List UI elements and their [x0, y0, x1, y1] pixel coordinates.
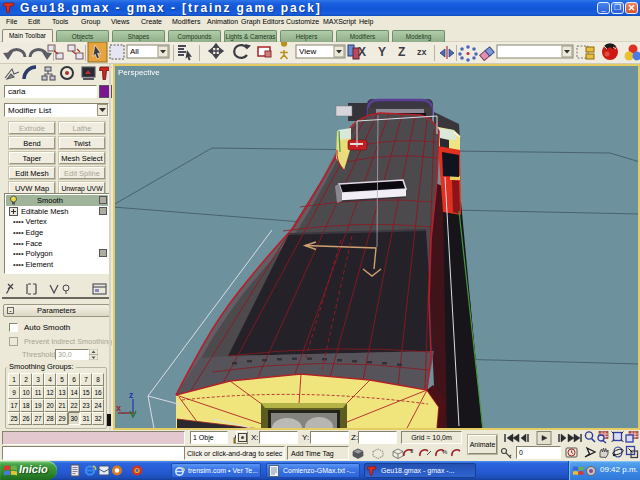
- svg-text:z: z: [129, 390, 134, 400]
- svg-text:Y: Y: [378, 45, 386, 59]
- svg-text:%: %: [442, 449, 448, 455]
- svg-text:View: View: [299, 47, 316, 56]
- svg-text:X: X: [358, 45, 366, 59]
- svg-text:All: All: [130, 47, 139, 56]
- svg-text:Z: Z: [398, 45, 405, 59]
- svg-text:Perspective: Perspective: [118, 68, 160, 77]
- svg-text:3: 3: [410, 448, 414, 454]
- svg-text:x: x: [116, 403, 121, 413]
- svg-text:zx: zx: [417, 47, 427, 57]
